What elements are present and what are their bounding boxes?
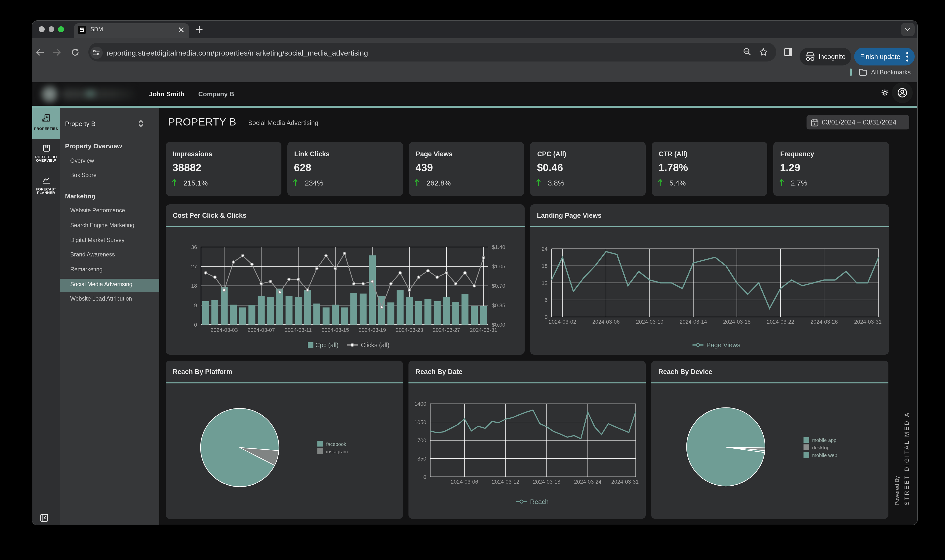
svg-text:facebook: facebook: [326, 441, 347, 447]
svg-text:2024-03-06: 2024-03-06: [451, 478, 478, 485]
svg-text:18: 18: [541, 263, 547, 269]
svg-text:2024-03-22: 2024-03-22: [766, 318, 794, 325]
svg-text:0: 0: [423, 474, 426, 480]
svg-text:2024-03-10: 2024-03-10: [636, 318, 663, 325]
svg-text:instagram: instagram: [326, 449, 348, 454]
svg-text:Reach: Reach: [530, 498, 549, 505]
svg-text:desktop: desktop: [812, 445, 829, 450]
svg-text:2024-03-31: 2024-03-31: [612, 478, 639, 485]
svg-text:Cpc (all): Cpc (all): [315, 341, 339, 348]
svg-text:2024-03-02: 2024-03-02: [549, 318, 576, 325]
svg-text:2024-03-27: 2024-03-27: [433, 327, 460, 333]
svg-text:27: 27: [191, 263, 197, 269]
svg-text:9: 9: [194, 302, 197, 308]
svg-text:2024-03-18: 2024-03-18: [723, 318, 751, 325]
svg-text:12: 12: [541, 280, 547, 286]
svg-text:24: 24: [541, 246, 547, 252]
svg-text:36: 36: [191, 244, 197, 250]
svg-text:2024-03-12: 2024-03-12: [492, 478, 519, 485]
svg-text:Clicks (all): Clicks (all): [361, 341, 389, 348]
svg-text:700: 700: [418, 437, 426, 443]
svg-text:2024-03-11: 2024-03-11: [285, 327, 312, 333]
svg-text:2024-03-31: 2024-03-31: [470, 327, 497, 333]
svg-text:2024-03-14: 2024-03-14: [680, 318, 707, 325]
svg-text:2024-03-19: 2024-03-19: [359, 327, 386, 333]
svg-text:2024-03-06: 2024-03-06: [592, 318, 620, 325]
svg-text:2024-03-03: 2024-03-03: [210, 327, 238, 333]
svg-text:2024-03-18: 2024-03-18: [533, 478, 560, 485]
svg-text:$1.40: $1.40: [492, 244, 505, 250]
svg-text:1050: 1050: [415, 419, 426, 425]
svg-text:2024-03-24: 2024-03-24: [574, 478, 601, 485]
svg-text:$0.70: $0.70: [492, 283, 505, 289]
svg-text:0: 0: [194, 322, 197, 328]
svg-text:$0.35: $0.35: [492, 302, 505, 308]
svg-text:2024-03-23: 2024-03-23: [396, 327, 423, 333]
svg-text:0: 0: [544, 314, 547, 320]
svg-text:2024-03-31: 2024-03-31: [854, 318, 882, 325]
svg-text:Page Views: Page Views: [706, 341, 740, 348]
svg-text:mobile app: mobile app: [812, 437, 837, 443]
svg-text:18: 18: [191, 283, 197, 289]
svg-text:6: 6: [544, 297, 547, 303]
svg-text:2024-03-26: 2024-03-26: [810, 318, 837, 325]
svg-text:350: 350: [418, 455, 426, 462]
svg-text:2024-03-15: 2024-03-15: [322, 327, 349, 333]
svg-text:2024-03-07: 2024-03-07: [247, 327, 275, 333]
svg-text:$1.05: $1.05: [492, 263, 505, 269]
svg-text:mobile web: mobile web: [812, 452, 837, 458]
svg-text:1400: 1400: [415, 401, 426, 407]
